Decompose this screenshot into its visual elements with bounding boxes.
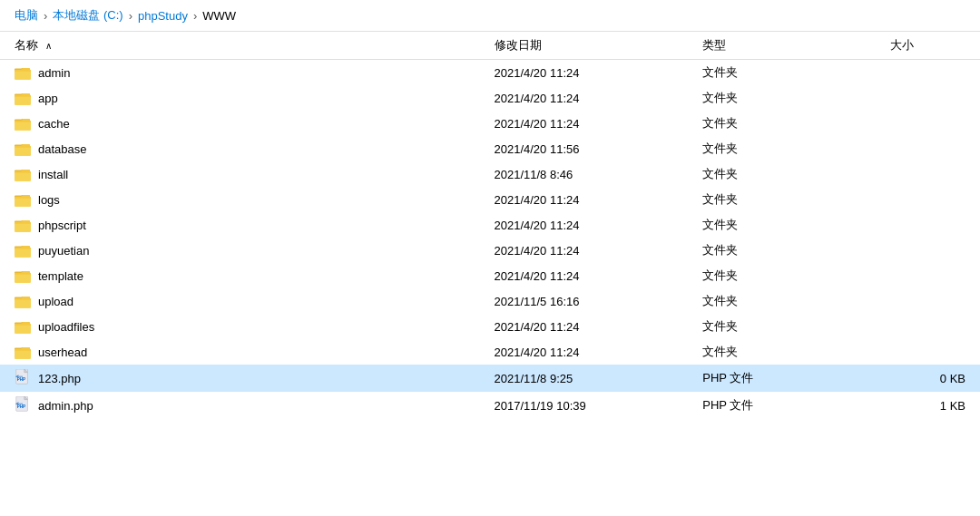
file-name-label: uploadfiles bbox=[38, 320, 94, 334]
file-name-label: database bbox=[38, 142, 87, 156]
file-name-label: phpscript bbox=[38, 219, 86, 232]
table-row[interactable]: phpscript 2021/4/20 11:24 文件夹 bbox=[0, 212, 980, 238]
file-date-cell: 2021/4/20 11:24 bbox=[480, 314, 689, 339]
svg-rect-29 bbox=[15, 299, 31, 307]
column-header-type[interactable]: 类型 bbox=[688, 32, 876, 60]
file-size-cell bbox=[876, 238, 980, 263]
file-name-label: admin bbox=[38, 66, 70, 80]
table-row[interactable]: puyuetian 2021/4/20 11:24 文件夹 bbox=[0, 238, 980, 263]
table-row[interactable]: upload 2021/11/5 16:16 文件夹 bbox=[0, 288, 980, 314]
svg-rect-35 bbox=[15, 350, 31, 358]
file-type-cell: 文件夹 bbox=[688, 161, 876, 187]
file-size-cell bbox=[876, 111, 980, 136]
folder-icon bbox=[15, 168, 31, 181]
file-date-cell: 2017/11/19 10:39 bbox=[480, 392, 689, 419]
svg-rect-23 bbox=[15, 248, 31, 257]
file-date-cell: 2021/4/20 11:24 bbox=[480, 60, 689, 86]
table-row[interactable]: uploadfiles 2021/4/20 11:24 文件夹 bbox=[0, 314, 980, 339]
breadcrumb-separator: › bbox=[193, 9, 197, 23]
file-type-cell: 文件夹 bbox=[688, 339, 876, 365]
file-name-cell[interactable]: install bbox=[0, 161, 480, 187]
file-name-label: upload bbox=[38, 295, 74, 308]
folder-icon bbox=[15, 244, 31, 258]
file-size-cell bbox=[876, 339, 980, 365]
file-date-cell: 2021/11/5 16:16 bbox=[480, 288, 689, 314]
file-type-cell: 文件夹 bbox=[688, 212, 876, 238]
file-name-label: app bbox=[38, 92, 58, 105]
file-type-cell: 文件夹 bbox=[688, 187, 876, 212]
folder-icon bbox=[15, 92, 31, 105]
table-row[interactable]: cache 2021/4/20 11:24 文件夹 bbox=[0, 111, 980, 136]
file-name-cell[interactable]: logs bbox=[0, 187, 480, 212]
file-name-cell[interactable]: template bbox=[0, 263, 480, 288]
file-name-label: 123.php bbox=[38, 372, 81, 385]
breadcrumb-item-computer[interactable]: 电脑 bbox=[15, 7, 38, 24]
table-row[interactable]: PHP 123.php 2021/11/8 9:25 PHP 文件 0 KB bbox=[0, 365, 980, 392]
file-size-cell bbox=[876, 161, 980, 187]
column-header-date[interactable]: 修改日期 bbox=[480, 32, 689, 60]
folder-icon bbox=[15, 295, 31, 308]
folder-icon bbox=[15, 193, 31, 207]
file-size-cell bbox=[876, 187, 980, 212]
column-header-name[interactable]: 名称 ∧ bbox=[0, 32, 480, 60]
file-type-cell: 文件夹 bbox=[688, 263, 876, 288]
file-size-cell bbox=[876, 212, 980, 238]
file-table-container: 名称 ∧ 修改日期 类型 大小 admin 2021/4/20 11:24 文件… bbox=[0, 32, 980, 507]
file-name-label: puyuetian bbox=[38, 244, 89, 258]
table-row[interactable]: template 2021/4/20 11:24 文件夹 bbox=[0, 263, 980, 288]
table-row[interactable]: admin 2021/4/20 11:24 文件夹 bbox=[0, 60, 980, 86]
file-type-cell: PHP 文件 bbox=[688, 365, 876, 392]
file-date-cell: 2021/4/20 11:56 bbox=[480, 136, 689, 161]
svg-rect-26 bbox=[15, 274, 31, 282]
file-size-cell bbox=[876, 314, 980, 339]
table-row[interactable]: install 2021/11/8 8:46 文件夹 bbox=[0, 161, 980, 187]
breadcrumb-item-disk[interactable]: 本地磁盘 (C:) bbox=[53, 7, 122, 24]
file-size-cell bbox=[876, 60, 980, 86]
svg-rect-39 bbox=[18, 376, 23, 377]
file-size-cell bbox=[876, 136, 980, 161]
file-type-cell: 文件夹 bbox=[688, 136, 876, 161]
file-name-cell[interactable]: PHP 123.php bbox=[0, 365, 480, 392]
file-name-cell[interactable]: database bbox=[0, 136, 480, 161]
breadcrumb: 电脑 › 本地磁盘 (C:) › phpStudy › WWW bbox=[0, 0, 980, 32]
file-name-cell[interactable]: uploadfiles bbox=[0, 314, 480, 339]
file-size-cell bbox=[876, 263, 980, 288]
table-row[interactable]: database 2021/4/20 11:56 文件夹 bbox=[0, 136, 980, 161]
file-name-cell[interactable]: cache bbox=[0, 111, 480, 136]
table-row[interactable]: app 2021/4/20 11:24 文件夹 bbox=[0, 85, 980, 111]
table-row[interactable]: PHP admin.php 2017/11/19 10:39 PHP 文件 1 … bbox=[0, 392, 980, 419]
file-date-cell: 2021/4/20 11:24 bbox=[480, 111, 689, 136]
file-date-cell: 2021/11/8 9:25 bbox=[480, 365, 689, 392]
folder-icon bbox=[15, 142, 31, 156]
file-name-label: admin.php bbox=[38, 399, 93, 413]
file-name-cell[interactable]: PHP admin.php bbox=[0, 392, 480, 419]
file-date-cell: 2021/4/20 11:24 bbox=[480, 85, 689, 111]
sort-arrow-name: ∧ bbox=[45, 41, 52, 51]
folder-icon bbox=[15, 346, 31, 359]
table-row[interactable]: userhead 2021/4/20 11:24 文件夹 bbox=[0, 339, 980, 365]
file-date-cell: 2021/4/20 11:24 bbox=[480, 187, 689, 212]
file-name-cell[interactable]: admin bbox=[0, 60, 480, 86]
svg-rect-32 bbox=[15, 325, 31, 333]
file-type-cell: PHP 文件 bbox=[688, 392, 876, 419]
breadcrumb-item-phpstudy[interactable]: phpStudy bbox=[138, 9, 188, 23]
file-date-cell: 2021/4/20 11:24 bbox=[480, 339, 689, 365]
table-header-row: 名称 ∧ 修改日期 类型 大小 bbox=[0, 32, 980, 60]
column-header-size[interactable]: 大小 bbox=[876, 32, 980, 60]
file-name-cell[interactable]: userhead bbox=[0, 339, 480, 365]
svg-rect-43 bbox=[18, 404, 23, 404]
file-name-cell[interactable]: phpscript bbox=[0, 212, 480, 238]
svg-rect-2 bbox=[15, 71, 31, 79]
php-file-icon: PHP bbox=[15, 396, 31, 414]
file-date-cell: 2021/11/8 8:46 bbox=[480, 161, 689, 187]
svg-rect-5 bbox=[15, 96, 31, 104]
file-type-cell: 文件夹 bbox=[688, 111, 876, 136]
table-row[interactable]: logs 2021/4/20 11:24 文件夹 bbox=[0, 187, 980, 212]
svg-rect-8 bbox=[15, 122, 31, 130]
file-size-cell bbox=[876, 85, 980, 111]
file-name-cell[interactable]: app bbox=[0, 85, 480, 111]
file-name-cell[interactable]: puyuetian bbox=[0, 238, 480, 263]
file-name-cell[interactable]: upload bbox=[0, 288, 480, 314]
file-name-label: userhead bbox=[38, 346, 87, 359]
svg-rect-14 bbox=[15, 172, 31, 180]
